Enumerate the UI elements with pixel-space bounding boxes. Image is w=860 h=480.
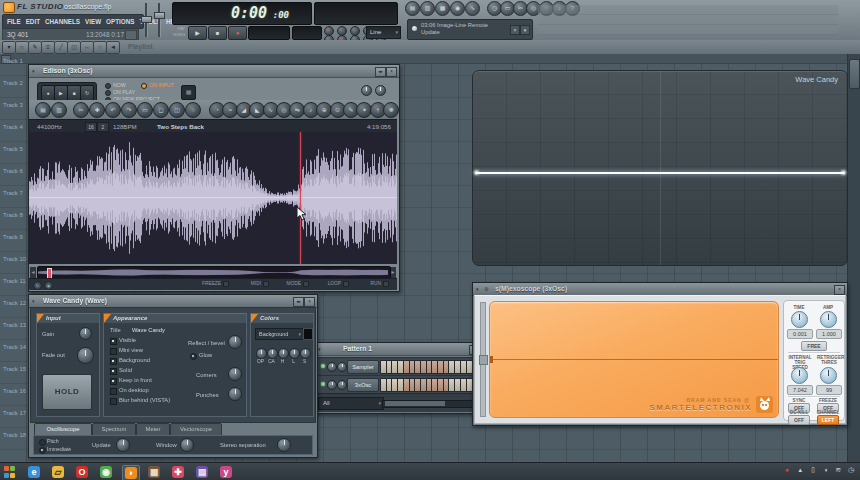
taskbar-app-brown[interactable]: ▦ bbox=[146, 465, 162, 479]
smex-scope-display[interactable]: BRAM AND SEAN @ SMARTELECTRONIX bbox=[489, 301, 779, 418]
channel-pan-knob[interactable] bbox=[327, 380, 337, 390]
save-icon[interactable]: ▤ bbox=[405, 1, 420, 16]
taskbar-app-red[interactable]: ✚ bbox=[170, 465, 186, 479]
plugin-menu-icon[interactable]: ▾ bbox=[32, 298, 35, 304]
reflect-knob[interactable] bbox=[228, 335, 242, 349]
color-knob-s[interactable] bbox=[300, 348, 311, 359]
taskbar-app-pink[interactable]: y bbox=[218, 465, 234, 479]
edison-record-option-on-input[interactable]: ON INPUT bbox=[141, 82, 174, 89]
check-on-desktop[interactable] bbox=[110, 388, 117, 395]
edison-waveform[interactable] bbox=[29, 132, 397, 264]
edison-aux-knob[interactable] bbox=[361, 85, 372, 96]
check-solid[interactable] bbox=[110, 368, 117, 375]
colors-target-dropdown[interactable]: Background bbox=[255, 328, 304, 340]
master-volume-slider[interactable] bbox=[154, 2, 163, 38]
rack-hscrollbar[interactable] bbox=[382, 400, 484, 408]
pencil-icon[interactable]: ✎ bbox=[28, 41, 42, 54]
osc-knob-window[interactable] bbox=[180, 438, 194, 452]
tray-clock-icon[interactable]: ◷ bbox=[848, 466, 854, 474]
edison-tools-icon[interactable]: ✚ bbox=[89, 102, 105, 118]
mixer-icon[interactable]: ▦ bbox=[435, 1, 450, 16]
edison-play-button[interactable]: ▶ bbox=[54, 85, 68, 101]
plugin-menu-icon[interactable]: ▾ bbox=[476, 286, 479, 292]
slip-icon[interactable]: ↔ bbox=[80, 41, 94, 54]
edison-record-button[interactable]: ● bbox=[41, 85, 55, 101]
tray-network-icon[interactable]: ≋ bbox=[835, 466, 841, 474]
play-button[interactable]: ▶ bbox=[188, 26, 207, 40]
check-blur-behind-vista-[interactable] bbox=[110, 398, 117, 405]
rack-titlebar[interactable]: ▾ Pattern 1 ▤× bbox=[315, 343, 493, 356]
fadeout-knob[interactable] bbox=[77, 347, 94, 364]
menu-file[interactable]: FILE bbox=[5, 17, 23, 26]
record-button[interactable]: ● bbox=[228, 26, 247, 40]
smex-left-slider[interactable] bbox=[480, 302, 486, 417]
start-button[interactable] bbox=[4, 466, 16, 478]
edison-open-icon[interactable]: ▤ bbox=[35, 102, 51, 118]
channel-led[interactable] bbox=[321, 364, 325, 368]
check-mini-view[interactable] bbox=[110, 348, 117, 355]
check-visible[interactable] bbox=[110, 338, 117, 345]
smex-dc-kill-button[interactable]: OFF bbox=[788, 415, 810, 425]
wavecandy-display[interactable]: Wave Candy bbox=[472, 70, 848, 266]
osc-radio-immediate[interactable] bbox=[39, 447, 46, 454]
stop-button[interactable]: ■ bbox=[208, 26, 227, 40]
channel-pan-knob[interactable] bbox=[327, 362, 337, 372]
taskbar-opera[interactable]: O bbox=[74, 465, 90, 479]
menu-options[interactable]: OPTIONS bbox=[104, 17, 136, 26]
edison-select-icon[interactable]: ◻ bbox=[153, 102, 169, 118]
channel-vol-knob[interactable] bbox=[337, 380, 347, 390]
edison-cut-icon[interactable]: ✂ bbox=[73, 102, 89, 118]
hold-button[interactable]: HOLD bbox=[42, 374, 92, 410]
edison-snap-icon[interactable]: ◫ bbox=[169, 102, 185, 118]
edison-title-button-0[interactable]: ◂▸ bbox=[375, 67, 386, 77]
tray-display-icon[interactable]: ▯ bbox=[811, 466, 815, 474]
osc-radio-pitch[interactable] bbox=[39, 439, 46, 446]
taskbar-ie[interactable]: e bbox=[26, 465, 42, 479]
edison-zoom-icon[interactable]: ○ bbox=[185, 102, 201, 118]
color-knob-h[interactable] bbox=[278, 348, 289, 359]
gain-knob[interactable] bbox=[79, 327, 92, 340]
smex-channel-button[interactable]: LEFT bbox=[817, 415, 839, 425]
taskbar-chrome[interactable]: ◉ bbox=[98, 465, 114, 479]
notification-panel[interactable]: 03:06 Image-Line Remote Update ▾× bbox=[407, 19, 533, 40]
plugin-wrench-icon[interactable]: ⚙ bbox=[484, 286, 488, 292]
edison-preset-display[interactable]: ▦ bbox=[181, 85, 196, 100]
notification-button-1[interactable]: × bbox=[510, 25, 520, 35]
line-combo[interactable]: Line bbox=[366, 26, 401, 39]
edison-title-button-1[interactable]: × bbox=[386, 67, 397, 77]
smex-time-knob[interactable] bbox=[791, 311, 808, 328]
smex-close-button[interactable]: × bbox=[834, 285, 845, 295]
channel-vol-knob[interactable] bbox=[337, 362, 347, 372]
snap-menu-icon[interactable]: ▾ bbox=[2, 41, 16, 54]
wcset-title-button-0[interactable]: ◂▸ bbox=[293, 297, 304, 307]
tray-badge-icon[interactable]: ● bbox=[785, 466, 789, 473]
channel-led[interactable] bbox=[321, 382, 325, 386]
channel-name-button[interactable]: 3xOsc bbox=[347, 378, 379, 392]
plugin-menu-icon[interactable]: ▾ bbox=[32, 68, 35, 74]
taskbar-folder[interactable]: ▱ bbox=[50, 465, 66, 479]
master-pitch-slider[interactable] bbox=[141, 2, 150, 38]
punches-knob[interactable] bbox=[228, 387, 242, 401]
pat-song-switch[interactable]: PATSONG bbox=[170, 26, 185, 39]
osc-knob-stereo-separation[interactable] bbox=[277, 438, 291, 452]
tempo-display[interactable] bbox=[248, 26, 290, 40]
zoom-icon[interactable]: ○ bbox=[93, 41, 107, 54]
edison-record-option-on-play[interactable]: ON PLAY bbox=[105, 89, 135, 96]
edison-record-option-now[interactable]: NOW bbox=[105, 82, 126, 89]
tray-up-icon[interactable]: ▴ bbox=[798, 466, 802, 474]
edison-loop-button[interactable]: ↻ bbox=[80, 85, 94, 101]
channel-name-button[interactable]: Sampler bbox=[347, 360, 379, 374]
slice-icon[interactable]: ╱ bbox=[54, 41, 68, 54]
edison-undo-icon[interactable]: ↶ bbox=[105, 102, 121, 118]
rack-filter-dropdown[interactable]: All bbox=[318, 397, 384, 410]
edison-loop-mode-icon[interactable]: ↻ bbox=[33, 281, 42, 290]
edison-aux-knob2[interactable] bbox=[375, 85, 386, 96]
edison-marker-icon[interactable]: ▭ bbox=[137, 102, 153, 118]
title-value[interactable]: Wave Candy bbox=[132, 327, 165, 333]
playback-icon[interactable]: ◄ bbox=[106, 41, 120, 54]
color-knob-l[interactable] bbox=[289, 348, 300, 359]
menu-edit[interactable]: EDIT bbox=[24, 17, 42, 26]
tray-volume-icon[interactable]: ◖ bbox=[824, 466, 828, 473]
edison-speaker-icon[interactable]: ◉ bbox=[44, 281, 53, 290]
playlist-vscrollbar[interactable] bbox=[847, 54, 860, 462]
